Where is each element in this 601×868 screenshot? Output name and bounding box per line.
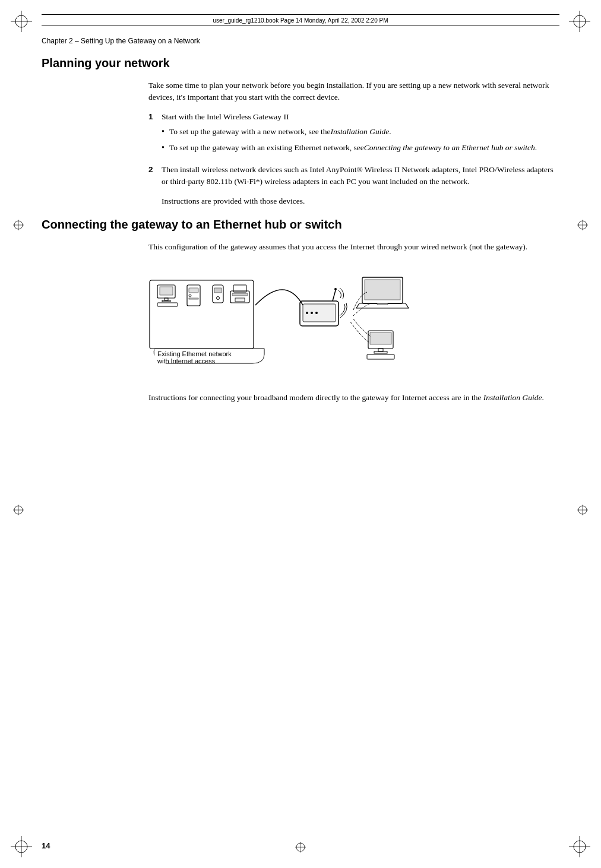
svg-rect-35 (189, 298, 198, 299)
item-2-content: Then install wireless network devices su… (162, 164, 559, 187)
connecting-intro: This configuration of the gateway assume… (148, 241, 559, 253)
svg-text:with Internet access: with Internet access (157, 357, 216, 365)
bullet-1-italic: Installation Guide (331, 126, 390, 138)
desktop-right-icon (367, 331, 394, 359)
laptop-icon (356, 277, 409, 308)
corner-mark-br (569, 836, 590, 857)
planning-intro-text: Take some time to plan your network befo… (148, 80, 559, 103)
left-margin-mark-top (13, 220, 24, 233)
connecting-closing-text: Instructions for connecting your broadba… (148, 392, 559, 404)
corner-mark-tl (11, 11, 32, 32)
svg-rect-56 (374, 351, 387, 353)
svg-rect-55 (378, 349, 383, 351)
item-1-content: Start with the Intel Wireless Gateway II… (162, 111, 559, 158)
svg-rect-30 (162, 300, 170, 302)
bottom-center-mark (295, 842, 306, 855)
network-diagram-svg: Existing Ethernet network with Internet … (148, 262, 422, 378)
gateway-icon (300, 288, 344, 326)
bullet-2-italic: Connecting the gateway to an Ethernet hu… (364, 142, 535, 154)
corner-mark-bl (11, 836, 32, 857)
page-number: 14 (42, 841, 50, 850)
connecting-intro-text: This configuration of the gateway assume… (148, 241, 559, 253)
tower-icon (187, 285, 200, 306)
svg-line-45 (333, 290, 336, 301)
section-connecting: Connecting the gateway to an Ethernet hu… (42, 218, 559, 403)
item-1-text: Start with the Intel Wireless Gateway II (162, 112, 289, 121)
section-connecting-heading: Connecting the gateway to an Ethernet hu… (42, 218, 559, 232)
svg-rect-31 (157, 303, 178, 306)
left-margin-mark-mid (13, 505, 24, 518)
item-1-bullets: To set up the gateway with a new network… (162, 126, 559, 154)
chapter-header: Chapter 2 – Setting Up the Gateway on a … (42, 37, 200, 45)
svg-text:Existing Ethernet network: Existing Ethernet network (157, 350, 232, 357)
item-1-num: 1 (148, 111, 162, 158)
closing-italic: Installation Guide (483, 393, 542, 402)
svg-point-48 (311, 312, 313, 314)
item-2-text: Then install wireless network devices su… (162, 165, 553, 186)
section-planning: Planning your network Take some time to … (42, 56, 559, 207)
connecting-closing: Instructions for connecting your broadba… (148, 392, 559, 404)
svg-point-46 (334, 288, 337, 290)
right-margin-mark-top (577, 220, 588, 233)
item-2-num: 2 (148, 164, 162, 187)
svg-rect-28 (160, 287, 173, 295)
top-header: user_guide_rg1210.book Page 14 Monday, A… (42, 14, 559, 26)
gateway-signal-right (340, 303, 347, 318)
svg-point-38 (217, 297, 220, 300)
svg-rect-41 (235, 298, 245, 302)
right-margin-mark-mid (577, 505, 588, 518)
printer-icon (230, 285, 249, 303)
network-diagram-area: Existing Ethernet network with Internet … (148, 261, 559, 380)
main-content: Planning your network Take some time to … (42, 56, 559, 832)
svg-rect-29 (165, 298, 168, 300)
svg-point-34 (189, 294, 191, 297)
continuation-text: Instructions are provided with those dev… (162, 195, 559, 207)
page: user_guide_rg1210.book Page 14 Monday, A… (0, 0, 601, 868)
phone-device-icon (213, 285, 223, 303)
bullet-2: To set up the gateway with an existing E… (162, 142, 559, 154)
planning-numbered-list: 1 Start with the Intel Wireless Gateway … (148, 111, 559, 187)
planning-item-2: 2 Then install wireless network devices … (148, 164, 559, 187)
svg-rect-52 (377, 303, 388, 305)
corner-mark-tr (569, 11, 590, 32)
planning-intro: Take some time to plan your network befo… (148, 80, 559, 103)
svg-point-47 (306, 312, 308, 314)
svg-rect-37 (214, 288, 222, 293)
desktop-icon (157, 285, 178, 306)
svg-rect-54 (370, 332, 391, 344)
svg-rect-36 (213, 285, 223, 303)
section-planning-heading: Planning your network (42, 56, 559, 70)
svg-rect-51 (365, 280, 400, 300)
planning-item-1: 1 Start with the Intel Wireless Gateway … (148, 111, 559, 158)
svg-rect-33 (189, 288, 198, 293)
svg-rect-42 (232, 293, 248, 296)
svg-point-49 (315, 312, 318, 314)
bullet-1: To set up the gateway with a new network… (162, 126, 559, 138)
svg-rect-57 (367, 354, 394, 359)
header-text: user_guide_rg1210.book Page 14 Monday, A… (213, 17, 388, 24)
